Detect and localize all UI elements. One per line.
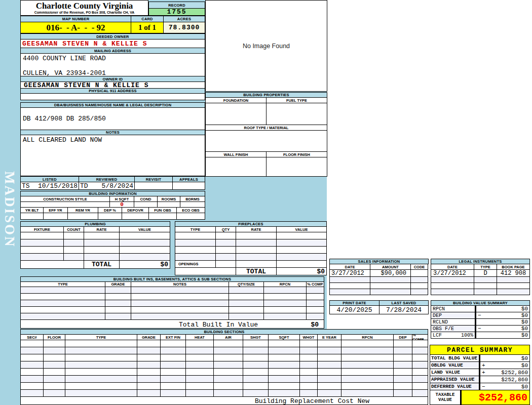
county-header: Charlotte County Virginia Commissioner o… (20, 0, 148, 16)
legal-instrument-row: 3/27/2012 D 412 908 (431, 270, 530, 277)
empty-cell (277, 247, 327, 254)
revisit-label: REVISIT (135, 177, 173, 182)
empty-cell (318, 361, 341, 369)
empty-cell (214, 354, 243, 361)
print-date-value: 4/20/2025 (330, 306, 379, 314)
empty-cell (175, 268, 236, 275)
empty-cell (21, 376, 44, 383)
building-sections-table: BUILDING SECTIONS SEC# FLOOR TYPE GRADE … (20, 329, 428, 405)
empty-cell (411, 277, 428, 283)
foundation-value (206, 103, 267, 125)
empty-cell (21, 307, 105, 313)
ps-operator: + (482, 362, 485, 369)
sales-empty-rows (330, 277, 429, 295)
building-information-title: BUILDING INFORMATION (21, 191, 205, 196)
rpcn-header: RPCN (264, 282, 307, 287)
county-title: Charlotte County Virginia (21, 1, 148, 11)
empty-cell (300, 383, 318, 390)
foundation-label: FOUNDATION (206, 98, 267, 103)
qty-size-header: QTY/SIZE (229, 282, 264, 287)
listed-value: TS10/15/2018 (21, 182, 79, 190)
empty-cell (229, 313, 264, 320)
empty-cell (243, 390, 269, 397)
sales-information-table: SALES INFORMATION DATE AMOUNT CODE 3/27/… (329, 259, 429, 295)
amount-header: AMOUNT (370, 264, 411, 270)
bvs-row-dep: DEP −$0 (431, 312, 530, 319)
dep-header: DEP (394, 335, 412, 340)
listed-by: TS (22, 182, 30, 190)
empty-cell (161, 340, 186, 347)
floor-header: FLOOR (44, 335, 65, 340)
pct-comp-header: % COMP (412, 335, 428, 340)
type-header: TYPE (65, 335, 137, 340)
ps-label: LAND VALUE (430, 369, 479, 376)
bvs-row-obs: OBS F/E −$0 (431, 326, 530, 332)
built-ins-total-row: Total Built In Value $0 (21, 320, 324, 329)
listed-label: LISTED (21, 177, 79, 182)
empty-cell (264, 294, 307, 300)
empty-cell (300, 347, 318, 354)
empty-cell (318, 383, 341, 390)
building-replacement-cost-label: Building Replacement Cost New (173, 397, 428, 405)
empty-cell (216, 239, 236, 247)
ps-row-land: LAND VALUE +$252,860 (430, 369, 530, 376)
empty-cell (21, 354, 44, 361)
taxable-value: $252,860 (461, 390, 530, 405)
empty-cell (65, 390, 137, 397)
empty-cell (412, 390, 428, 397)
rate-header: RATE (84, 227, 120, 232)
empty-cell (64, 239, 84, 247)
fireplaces-title: FIREPLACES (175, 222, 327, 227)
empty-cell (341, 354, 394, 361)
no-image-text: No Image Found (243, 43, 290, 50)
sales-information-title: SALES INFORMATION (330, 259, 429, 264)
bdrms-header: BDRMS (180, 196, 205, 202)
empty-cell (229, 287, 264, 294)
hsqft-value: 0 (110, 202, 134, 208)
wall-finish-label: WALL FINISH (206, 152, 267, 157)
empty-cell (269, 340, 300, 347)
ps-value: $0 (521, 384, 528, 390)
building-value-summary-title: BUILDING VALUE SUMMARY (431, 301, 530, 306)
empty-cell (394, 376, 412, 383)
empty-cell (214, 390, 243, 397)
bvs-lcf-percent: 100% (461, 333, 473, 338)
yrblt-header: YR BLT (21, 208, 44, 213)
print-saved-table: PRINT DATE LAST SAVED 4/20/2025 7/28/202… (329, 300, 429, 314)
dba-value: DB 412/908 DB 285/850 (21, 108, 205, 130)
building-properties-title: BUILDING PROPERTIES (206, 93, 327, 98)
empty-cell (411, 283, 428, 289)
empty-cell (277, 254, 327, 261)
empty-cell (21, 390, 44, 397)
empty-cell (177, 213, 205, 220)
empty-cell (269, 390, 300, 397)
sales-row: 3/27/2012 $90,000 (330, 270, 429, 277)
reviewed-by: TD (80, 182, 88, 190)
wall-finish-value (206, 157, 267, 177)
construction-style-value (21, 202, 110, 208)
mailing-address-label: MAILING ADDRESS (21, 48, 205, 54)
fuel-type-value (267, 103, 327, 125)
acres-label: ACRES (164, 16, 205, 22)
empty-cell (137, 376, 161, 383)
notes-label: NOTES (21, 130, 205, 135)
empty-cell (120, 232, 170, 239)
plumbing-total-value: $0 (120, 261, 170, 269)
record-box: RECORD 1755 (148, 2, 205, 16)
empty-cell (21, 313, 105, 320)
empty-cell (216, 232, 236, 239)
empty-cell (186, 361, 214, 369)
empty-cell (318, 347, 341, 354)
empty-cell (105, 294, 131, 300)
empty-cell (394, 383, 412, 390)
empty-cell (341, 361, 394, 369)
bdrms-value (180, 202, 205, 208)
type-header: TYPE (21, 282, 105, 287)
ecoobs-header: ECO OBS (177, 208, 205, 213)
empty-cell (186, 354, 214, 361)
air-header: AIR (214, 335, 243, 340)
empty-cell (21, 239, 64, 247)
remyr-header: REM YR (68, 208, 98, 213)
empty-cell (307, 300, 324, 307)
empty-cell (269, 376, 300, 383)
